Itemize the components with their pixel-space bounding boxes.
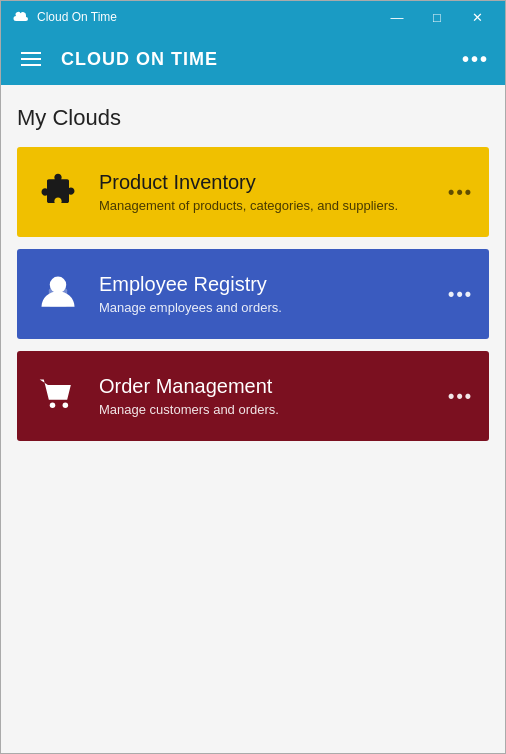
hamburger-line (21, 64, 41, 66)
card-employee-registry[interactable]: Employee Registry Manage employees and o… (17, 249, 489, 339)
card-subtitle: Management of products, categories, and … (99, 198, 398, 213)
card-left: Employee Registry Manage employees and o… (33, 269, 282, 319)
window-controls: — □ ✕ (377, 1, 497, 33)
section-title: My Clouds (17, 105, 489, 131)
hamburger-line (21, 58, 41, 60)
hamburger-line (21, 52, 41, 54)
svg-point-2 (50, 402, 56, 408)
card-more-button[interactable]: ••• (448, 386, 473, 407)
card-subtitle: Manage customers and orders. (99, 402, 279, 417)
card-product-inventory[interactable]: Product Inventory Management of products… (17, 147, 489, 237)
card-title: Order Management (99, 375, 279, 398)
app-bar-title: CLOUD ON TIME (61, 49, 218, 70)
close-button[interactable]: ✕ (457, 1, 497, 33)
app-bar: CLOUD ON TIME ••• (1, 33, 505, 85)
card-text: Order Management Manage customers and or… (99, 375, 279, 417)
svg-point-3 (63, 402, 68, 408)
hamburger-menu-button[interactable] (17, 48, 45, 70)
minimize-button[interactable]: — (377, 1, 417, 33)
card-left: Order Management Manage customers and or… (33, 371, 279, 421)
card-text: Product Inventory Management of products… (99, 171, 398, 213)
card-more-button[interactable]: ••• (448, 182, 473, 203)
puzzle-icon (33, 167, 83, 217)
main-content: My Clouds Product Inventory Management o… (1, 85, 505, 754)
card-more-button[interactable]: ••• (448, 284, 473, 305)
app-bar-more-button[interactable]: ••• (462, 48, 489, 71)
card-left: Product Inventory Management of products… (33, 167, 398, 217)
app-bar-left: CLOUD ON TIME (17, 48, 218, 70)
title-bar-text: Cloud On Time (37, 10, 117, 24)
cart-icon (33, 371, 83, 421)
card-subtitle: Manage employees and orders. (99, 300, 282, 315)
person-icon (33, 269, 83, 319)
card-title: Product Inventory (99, 171, 398, 194)
card-text: Employee Registry Manage employees and o… (99, 273, 282, 315)
maximize-button[interactable]: □ (417, 1, 457, 33)
card-title: Employee Registry (99, 273, 282, 296)
app-icon (13, 9, 29, 25)
card-order-management[interactable]: Order Management Manage customers and or… (17, 351, 489, 441)
title-bar-left: Cloud On Time (13, 9, 117, 25)
title-bar: Cloud On Time — □ ✕ (1, 1, 505, 33)
